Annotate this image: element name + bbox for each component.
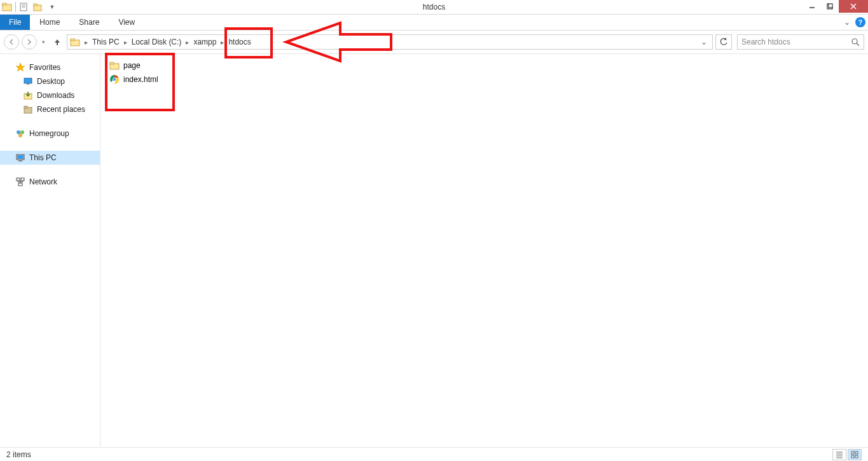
sidebar-label: Favorites xyxy=(29,63,60,72)
downloads-icon xyxy=(23,90,33,100)
sidebar-group-favorites: Favorites Desktop Downloads xyxy=(0,60,100,116)
svg-rect-45 xyxy=(851,455,854,458)
icons-view-button[interactable] xyxy=(848,449,862,460)
chrome-icon xyxy=(109,74,120,85)
sidebar-item-favorites[interactable]: Favorites xyxy=(0,60,100,74)
file-item-folder[interactable]: page xyxy=(107,59,209,72)
folder-icon xyxy=(70,37,80,47)
tab-view[interactable]: View xyxy=(109,15,144,30)
titlebar: ▼ htdocs xyxy=(0,0,868,15)
breadcrumb-item[interactable]: htdocs xyxy=(226,38,253,46)
details-view-button[interactable] xyxy=(832,449,846,460)
sidebar-item-desktop[interactable]: Desktop xyxy=(0,74,100,88)
sidebar-label: Downloads xyxy=(37,91,74,100)
breadcrumb-item[interactable]: xampp xyxy=(191,38,219,46)
sidebar-item-homegroup[interactable]: Homegroup xyxy=(0,127,100,141)
svg-rect-17 xyxy=(27,83,29,85)
properties-icon[interactable] xyxy=(17,0,31,14)
forward-button[interactable] xyxy=(22,34,37,50)
main-content: Favorites Desktop Downloads xyxy=(0,54,868,446)
tab-share[interactable]: Share xyxy=(69,15,109,30)
homegroup-icon xyxy=(15,128,25,139)
svg-rect-43 xyxy=(851,451,854,454)
breadcrumb-item[interactable]: Local Disk (C:) xyxy=(129,38,184,46)
star-icon xyxy=(15,62,25,72)
new-folder-icon[interactable] xyxy=(31,0,45,14)
svg-rect-6 xyxy=(34,4,37,6)
svg-line-15 xyxy=(857,43,859,46)
svg-rect-1 xyxy=(3,3,6,5)
ribbon-right: ⌄ ? xyxy=(844,15,865,30)
computer-icon xyxy=(15,153,25,163)
minimize-button[interactable] xyxy=(803,0,821,13)
svg-rect-46 xyxy=(855,455,858,458)
separator xyxy=(15,2,16,12)
recent-locations-dropdown[interactable]: ▾ xyxy=(39,39,48,45)
svg-rect-16 xyxy=(24,78,32,83)
sidebar-label: Homegroup xyxy=(29,129,69,138)
svg-rect-13 xyxy=(71,39,74,41)
svg-point-22 xyxy=(20,130,24,134)
svg-rect-28 xyxy=(21,178,24,181)
view-switcher xyxy=(832,449,862,460)
sidebar-item-downloads[interactable]: Downloads xyxy=(0,88,100,102)
tab-home[interactable]: Home xyxy=(30,15,69,30)
address-bar[interactable]: ▸ This PC ▸ Local Disk (C:) ▸ xampp ▸ ht… xyxy=(67,34,713,50)
svg-rect-29 xyxy=(18,183,22,186)
sidebar-label: Desktop xyxy=(37,77,65,86)
window-title: htdocs xyxy=(423,3,445,11)
navigation-bar: ▾ ▸ This PC ▸ Local Disk (C:) ▸ xampp ▸ … xyxy=(0,31,868,54)
window-controls xyxy=(803,0,868,13)
ribbon-tabs: File Home Share View ⌄ ? xyxy=(0,15,868,31)
refresh-button[interactable] xyxy=(715,34,732,50)
sidebar-item-thispc[interactable]: This PC xyxy=(0,151,100,165)
back-button[interactable] xyxy=(4,34,19,50)
search-input[interactable] xyxy=(741,38,851,46)
svg-rect-25 xyxy=(17,155,24,159)
sidebar-group-thispc: This PC xyxy=(0,151,100,165)
navigation-pane: Favorites Desktop Downloads xyxy=(0,54,100,446)
expand-ribbon-icon[interactable]: ⌄ xyxy=(844,18,850,27)
svg-rect-20 xyxy=(24,106,27,108)
svg-rect-35 xyxy=(110,62,114,64)
svg-point-14 xyxy=(852,39,857,44)
chevron-right-icon[interactable]: ▸ xyxy=(83,39,90,46)
file-item-html[interactable]: index.html xyxy=(107,73,209,86)
desktop-icon xyxy=(23,76,33,86)
chevron-right-icon[interactable]: ▸ xyxy=(219,39,226,46)
help-icon[interactable]: ? xyxy=(855,17,865,27)
maximize-button[interactable] xyxy=(821,0,839,13)
svg-rect-27 xyxy=(17,178,20,181)
quick-access-toolbar: ▼ xyxy=(0,0,59,14)
folder-icon xyxy=(0,0,14,14)
qat-dropdown-icon[interactable]: ▼ xyxy=(45,0,59,14)
network-icon xyxy=(15,177,25,187)
sidebar-label: Network xyxy=(29,177,57,186)
svg-rect-26 xyxy=(18,160,22,162)
file-name: page xyxy=(123,61,141,70)
up-button[interactable] xyxy=(50,35,64,49)
file-list[interactable]: page index.html xyxy=(100,54,868,446)
sidebar-group-homegroup: Homegroup xyxy=(0,127,100,141)
sidebar-item-recent[interactable]: Recent places xyxy=(0,102,100,116)
chevron-right-icon[interactable]: ▸ xyxy=(122,39,129,46)
sidebar-label: This PC xyxy=(29,153,57,162)
file-name: index.html xyxy=(123,75,158,84)
status-text: 2 items xyxy=(6,450,31,459)
search-box[interactable] xyxy=(737,34,864,50)
svg-point-23 xyxy=(18,134,22,137)
file-tab[interactable]: File xyxy=(0,15,30,30)
close-button[interactable] xyxy=(839,0,868,13)
chevron-right-icon[interactable]: ▸ xyxy=(184,39,191,46)
search-icon[interactable] xyxy=(851,38,860,46)
folder-icon xyxy=(109,60,120,71)
svg-rect-44 xyxy=(855,451,858,454)
sidebar-group-network: Network xyxy=(0,175,100,189)
recent-icon xyxy=(23,104,33,114)
sidebar-item-network[interactable]: Network xyxy=(0,175,100,189)
address-dropdown-icon[interactable]: ⌄ xyxy=(698,38,710,46)
sidebar-label: Recent places xyxy=(37,105,85,114)
svg-rect-8 xyxy=(827,4,832,9)
svg-point-21 xyxy=(17,130,20,134)
breadcrumb-item[interactable]: This PC xyxy=(90,38,122,46)
